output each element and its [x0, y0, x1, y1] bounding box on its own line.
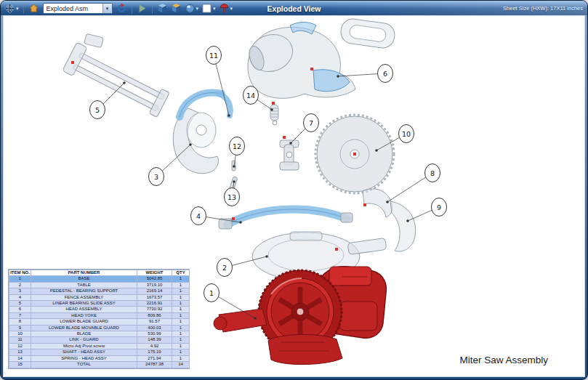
bom-cell[interactable]: 5042.85 [137, 276, 172, 282]
bom-cell[interactable]: BLADE [31, 331, 137, 337]
bom-cell[interactable]: 1 [172, 325, 190, 331]
bom-cell[interactable]: 12 [9, 343, 31, 349]
bom-cell[interactable]: HEAD YOKE [31, 312, 137, 318]
bom-cell[interactable]: 1 [172, 288, 190, 294]
bom-cell[interactable]: 1 [172, 319, 190, 325]
bom-cell[interactable]: 5 [9, 301, 31, 307]
lower-blade-movable-guard-part[interactable] [390, 201, 416, 251]
bom-row[interactable]: 5LINEAR BEARING SLIDE ASSY2216.911 [9, 301, 190, 307]
bom-cell[interactable]: LOWER BLADE MOVABLE GUARD [31, 325, 137, 331]
bom-cell[interactable]: 14 [172, 362, 190, 368]
bom-cell[interactable]: 7730.92 [137, 307, 172, 312]
bom-cell[interactable]: 1 [172, 355, 190, 361]
bom-cell[interactable]: 1 [172, 331, 190, 337]
bom-cell[interactable]: 1 [172, 276, 190, 282]
bom-cell[interactable]: 148.39 [137, 337, 172, 343]
bom-cell[interactable]: 14 [9, 355, 31, 361]
bom-row[interactable]: 13SHAFT - HEAD ASSY175.191 [9, 349, 190, 355]
bom-row[interactable]: 11LINK - GUARD148.391 [9, 337, 190, 343]
bom-cell[interactable]: 1 [172, 337, 190, 343]
bom-cell[interactable]: 2 [9, 282, 31, 288]
balloon-7[interactable]: 7 [289, 114, 318, 145]
chevron-down-icon[interactable]: ▾ [102, 4, 112, 13]
bom-cell[interactable]: BASE [31, 276, 137, 282]
bom-cell[interactable]: 9 [9, 325, 31, 331]
bom-cell[interactable]: 1 [172, 349, 190, 355]
bom-cell[interactable]: TOTAL [31, 362, 137, 368]
bom-cell[interactable]: 2169.14 [137, 288, 172, 294]
bom-row[interactable]: 14SPRING - HEAD ASSY271.941 [9, 355, 190, 361]
bom-cell[interactable]: 10 [9, 331, 31, 337]
bom-cell[interactable]: 13 [9, 349, 31, 355]
bom-cell[interactable]: 2216.91 [137, 301, 172, 307]
bom-cell[interactable]: HEAD ASSEMBLY [31, 307, 137, 312]
bom-cell[interactable]: 1 [172, 343, 190, 349]
play-animation-icon[interactable] [136, 2, 148, 15]
appearance-icon[interactable]: ▾ [184, 2, 200, 15]
bom-cell[interactable]: LOWER BLADE GUARD [31, 319, 137, 325]
configuration-combobox[interactable]: Exploded Asm ▾ [43, 3, 113, 14]
drawing-canvas[interactable]: 1234567891011121314 ITEM NO.PART NUMBERW… [3, 15, 585, 377]
bom-cell[interactable]: 400.03 [137, 325, 172, 331]
pan-icon[interactable]: ▾ [4, 2, 20, 15]
bom-cell[interactable]: 3 [9, 288, 31, 294]
bom-cell[interactable]: PEDESTAL - BEARING SUPPORT [31, 288, 137, 294]
bom-cell[interactable]: 1 [172, 282, 190, 288]
balloon-8[interactable]: 8 [386, 164, 440, 203]
perspective-view-icon[interactable] [170, 2, 182, 15]
bom-row[interactable]: 15TOTAL24787.3814 [9, 362, 190, 368]
mass-properties-icon[interactable]: ▾ [218, 2, 234, 15]
update-view-icon[interactable] [116, 2, 128, 15]
linear-slide-part[interactable] [63, 33, 171, 118]
bom-cell[interactable]: 8 [9, 319, 31, 325]
bom-cell[interactable]: SHAFT - HEAD ASSY [31, 349, 137, 355]
bom-row[interactable]: 10BLADE530.991 [9, 331, 190, 337]
balloon-11[interactable]: 11 [206, 47, 230, 117]
balloon-9[interactable]: 9 [406, 198, 446, 222]
bom-cell[interactable]: 1 [172, 307, 190, 312]
head-assembly-part[interactable] [245, 17, 396, 98]
bom-cell[interactable]: 3719.10 [137, 282, 172, 288]
bom-table[interactable]: ITEM NO.PART NUMBERWEIGHTQTY 1BASE5042.8… [8, 269, 190, 369]
base-part[interactable] [214, 267, 386, 365]
bom-cell[interactable]: Micro Adj Pivot screw [31, 343, 137, 349]
bom-cell[interactable]: TABLE [31, 282, 137, 288]
bom-cell[interactable]: 809.86 [137, 312, 172, 318]
bom-cell[interactable]: 1 [172, 294, 190, 300]
bom-cell[interactable]: 4 [9, 294, 31, 300]
bom-cell[interactable]: 15 [9, 362, 31, 368]
bom-row[interactable]: 4FENCE ASSEMBLY1673.571 [9, 294, 190, 300]
bom-cell[interactable]: 271.94 [137, 355, 172, 361]
bom-row[interactable]: 7HEAD YOKE809.861 [9, 312, 190, 318]
bom-row[interactable]: 2TABLE3719.101 [9, 282, 190, 288]
drawing-title-annotation[interactable]: Miter Saw Assembly [459, 355, 548, 365]
bom-cell[interactable]: 1 [172, 312, 190, 318]
shaded-view-icon[interactable] [156, 2, 169, 15]
spring-part[interactable] [270, 105, 278, 125]
fence-assembly-part[interactable] [219, 209, 353, 229]
background-color-swatch[interactable]: ▾ [201, 2, 217, 15]
bom-cell[interactable]: 1673.57 [137, 294, 172, 300]
bom-cell[interactable]: 4.92 [137, 343, 172, 349]
bom-cell[interactable]: 530.99 [137, 331, 172, 337]
head-yoke-part[interactable] [280, 140, 299, 170]
balloon-5[interactable]: 5 [90, 81, 126, 118]
bom-cell[interactable]: 175.19 [137, 349, 172, 355]
bom-row[interactable]: 1BASE5042.851 [9, 276, 190, 282]
bom-row[interactable]: 8LOWER BLADE GUARD91.571 [9, 319, 190, 325]
bom-cell[interactable]: 1 [172, 301, 190, 307]
bom-row[interactable]: 9LOWER BLADE MOVABLE GUARD400.031 [9, 325, 190, 331]
bom-cell[interactable]: LINK - GUARD [31, 337, 137, 343]
home-icon[interactable] [28, 2, 40, 15]
bom-row[interactable]: 12Micro Adj Pivot screw4.921 [9, 343, 190, 349]
bom-cell[interactable]: 7 [9, 312, 31, 318]
bom-cell[interactable]: 11 [9, 337, 31, 343]
bom-cell[interactable]: LINEAR BEARING SLIDE ASSY [31, 301, 137, 307]
bom-cell[interactable]: FENCE ASSEMBLY [31, 294, 137, 300]
bom-cell[interactable]: 24787.38 [137, 362, 172, 368]
bom-cell[interactable]: 1 [9, 276, 31, 282]
bom-row[interactable]: 6HEAD ASSEMBLY7730.921 [9, 307, 190, 312]
bom-cell[interactable]: SPRING - HEAD ASSY [31, 355, 137, 361]
bom-cell[interactable]: 91.57 [137, 319, 172, 325]
bom-cell[interactable]: 6 [9, 307, 31, 312]
